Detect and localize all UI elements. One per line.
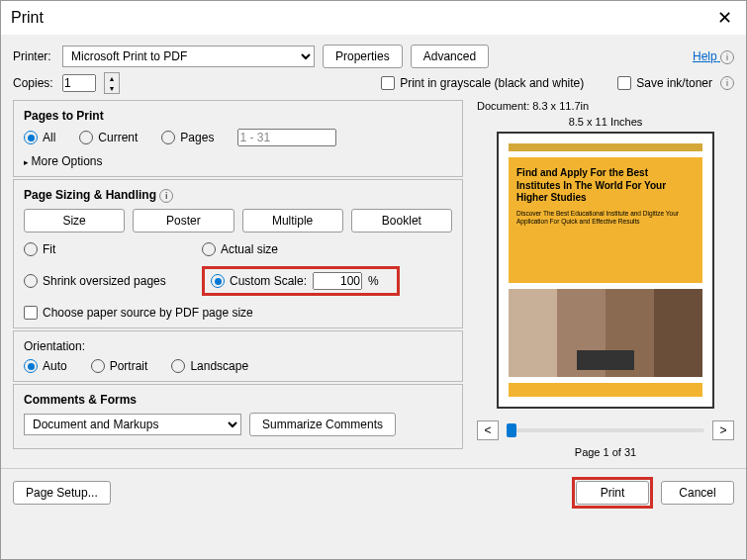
prev-page-button[interactable]: <	[477, 420, 499, 440]
landscape-radio[interactable]: Landscape	[171, 359, 248, 373]
advanced-button[interactable]: Advanced	[411, 45, 489, 68]
document-dimensions: Document: 8.3 x 11.7in	[477, 100, 734, 112]
choose-paper-checkbox[interactable]	[24, 306, 38, 320]
close-icon[interactable]: ✕	[713, 7, 736, 29]
printer-select[interactable]: Microsoft Print to PDF	[62, 46, 315, 67]
size-button[interactable]: Size	[24, 209, 125, 233]
grayscale-checkbox[interactable]	[381, 76, 395, 90]
poster-button[interactable]: Poster	[133, 209, 233, 233]
fit-radio[interactable]: Fit	[24, 242, 202, 256]
saveink-label: Save ink/toner	[636, 76, 712, 90]
printer-label: Printer:	[13, 49, 54, 63]
page-setup-button[interactable]: Page Setup...	[13, 481, 111, 505]
booklet-button[interactable]: Booklet	[351, 209, 452, 233]
all-radio[interactable]: All	[24, 131, 55, 144]
custom-scale-highlight: Custom Scale: %	[202, 266, 400, 296]
comments-select[interactable]: Document and Markups	[24, 414, 241, 435]
comments-title: Comments & Forms	[24, 393, 452, 407]
summarize-button[interactable]: Summarize Comments	[249, 413, 396, 436]
info-icon: i	[720, 50, 734, 64]
copies-spinner[interactable]: ▲▼	[104, 72, 120, 94]
info-icon: i	[159, 189, 173, 203]
current-radio[interactable]: Current	[79, 131, 138, 144]
pages-title: Pages to Print	[24, 109, 452, 123]
auto-radio[interactable]: Auto	[24, 359, 67, 373]
info-icon: i	[720, 76, 734, 90]
orientation-title: Orientation:	[24, 339, 452, 353]
multiple-button[interactable]: Multiple	[242, 209, 343, 233]
pages-range-input[interactable]	[237, 129, 336, 146]
sizing-title: Page Sizing & Handling i	[24, 188, 452, 203]
scale-input[interactable]	[313, 272, 362, 290]
print-button[interactable]: Print	[576, 481, 649, 505]
pages-radio[interactable]: Pages	[161, 131, 214, 144]
shrink-radio[interactable]: Shrink oversized pages	[24, 274, 202, 288]
actual-radio[interactable]: Actual size	[202, 242, 400, 256]
portrait-radio[interactable]: Portrait	[91, 359, 148, 373]
copies-input[interactable]	[62, 74, 96, 92]
print-button-highlight: Print	[572, 477, 653, 509]
next-page-button[interactable]: >	[712, 420, 734, 440]
grayscale-label: Print in grayscale (black and white)	[400, 76, 584, 90]
copies-label: Copies:	[13, 76, 54, 90]
more-options-toggle[interactable]: More Options	[24, 154, 452, 168]
page-dimensions: 8.5 x 11 Inches	[477, 116, 734, 128]
saveink-checkbox[interactable]	[617, 76, 631, 90]
dialog-title: Print	[11, 9, 44, 27]
cancel-button[interactable]: Cancel	[661, 481, 734, 505]
page-slider[interactable]	[507, 428, 704, 432]
print-preview: Find and Apply For the Best Institutes I…	[497, 132, 714, 409]
help-link[interactable]: Help i	[693, 49, 734, 64]
page-indicator: Page 1 of 31	[477, 446, 734, 458]
custom-scale-radio[interactable]: Custom Scale:	[211, 274, 307, 288]
properties-button[interactable]: Properties	[323, 45, 403, 68]
